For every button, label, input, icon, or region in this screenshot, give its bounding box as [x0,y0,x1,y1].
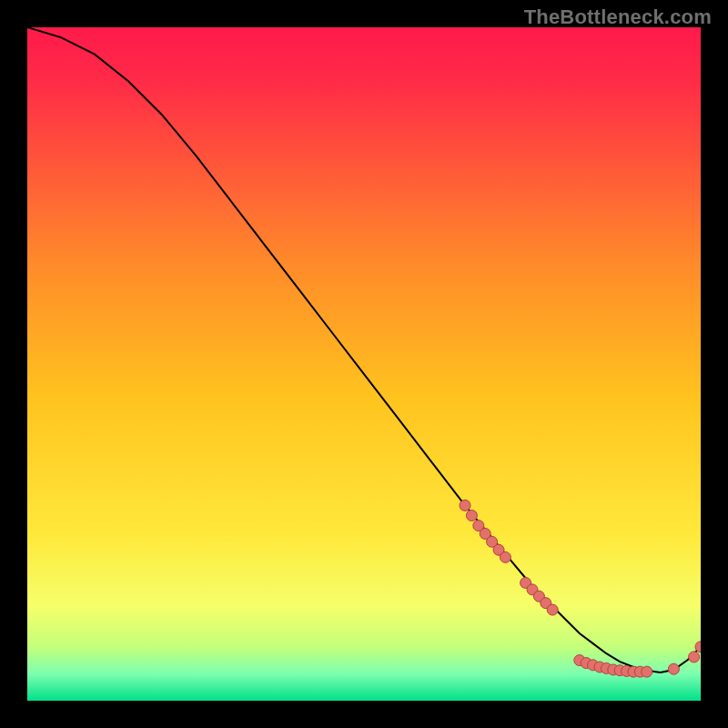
data-point [668,663,679,674]
chart-background [27,27,701,701]
data-point [642,666,652,677]
data-point [547,604,558,615]
data-point [460,500,470,511]
data-point [466,511,477,521]
data-point [500,551,511,562]
chart-stage: TheBottleneck.com [0,0,728,728]
data-point [689,652,700,662]
watermark-text: TheBottleneck.com [524,5,712,29]
chart-svg [27,27,701,701]
